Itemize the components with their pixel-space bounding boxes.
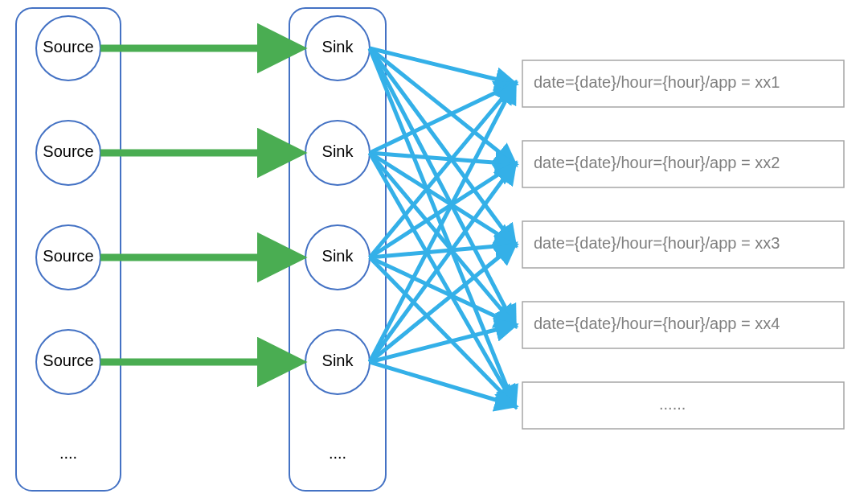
sink-node-0: Sink (305, 16, 370, 80)
source-ellipsis: .... (59, 444, 77, 462)
output-box-3: date={date}/hour={hour}/app = xx4 (522, 302, 844, 348)
svg-line-38 (370, 245, 514, 257)
sink-node-3: Sink (305, 330, 370, 394)
svg-text:Source: Source (43, 38, 93, 56)
output-box-4: ...... (522, 382, 844, 429)
svg-text:Sink: Sink (322, 142, 354, 160)
svg-text:date={date}/hour={hour}/app = : date={date}/hour={hour}/app = xx1 (534, 73, 780, 91)
sink-output-edges (370, 48, 514, 405)
pipeline-diagram: Source Source Source Source .... Sink Si… (0, 0, 868, 502)
svg-line-41 (370, 84, 514, 362)
source-node-3: Source (36, 330, 100, 394)
svg-text:......: ...... (659, 395, 686, 413)
svg-text:Sink: Sink (322, 247, 354, 265)
svg-text:Source: Source (43, 142, 93, 160)
sink-ellipsis: .... (329, 444, 346, 462)
svg-text:date={date}/hour={hour}/app = : date={date}/hour={hour}/app = xx4 (534, 315, 780, 332)
svg-line-39 (370, 257, 514, 325)
output-box-2: date={date}/hour={hour}/app = xx3 (522, 221, 844, 268)
sink-node-2: Sink (305, 225, 370, 290)
output-box-0: date={date}/hour={hour}/app = xx1 (522, 60, 844, 107)
svg-text:date={date}/hour={hour}/app = : date={date}/hour={hour}/app = xx3 (534, 234, 780, 252)
source-node-0: Source (36, 16, 100, 80)
svg-text:Sink: Sink (322, 352, 354, 369)
svg-line-29 (370, 48, 514, 325)
sink-node-1: Sink (305, 121, 370, 185)
svg-line-32 (370, 153, 514, 164)
source-node-2: Source (36, 225, 100, 290)
output-box-1: date={date}/hour={hour}/app = xx2 (522, 141, 844, 187)
svg-text:Sink: Sink (322, 38, 354, 56)
svg-text:Source: Source (43, 352, 93, 369)
svg-text:Source: Source (43, 247, 93, 265)
svg-text:date={date}/hour={hour}/app = : date={date}/hour={hour}/app = xx2 (534, 154, 780, 171)
source-node-1: Source (36, 121, 100, 185)
